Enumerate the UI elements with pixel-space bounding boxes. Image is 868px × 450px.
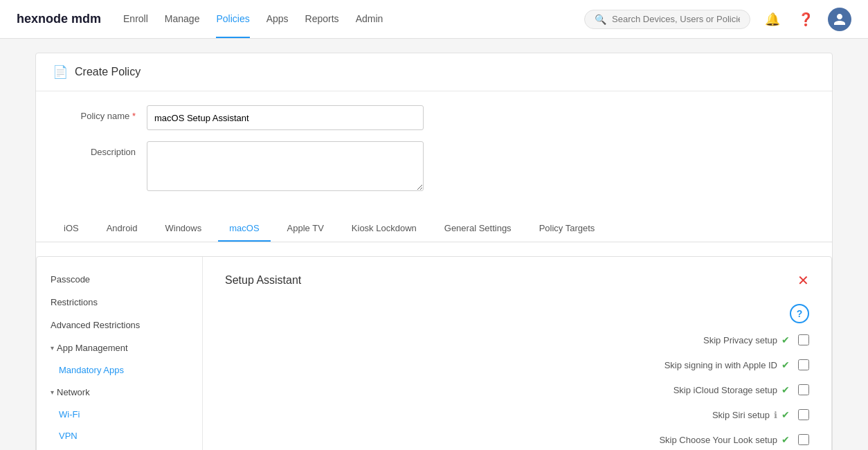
tab-windows[interactable]: Windows xyxy=(154,216,213,242)
sidebar-group-app-management[interactable]: ▾ App Management xyxy=(37,336,202,359)
sidebar-group-label-app-management: App Management xyxy=(57,343,128,353)
check-icon-apple-id: ✔ xyxy=(781,359,790,370)
policy-name-label: Policy name * xyxy=(53,105,136,121)
policy-sidebar: Passcode Restrictions Advanced Restricti… xyxy=(37,257,203,450)
skip-icloud-label: Skip iCloud Storage setup ✔ xyxy=(673,384,790,395)
description-row: Description xyxy=(53,141,815,191)
skip-icloud-checkbox[interactable] xyxy=(798,384,809,395)
nav-apps[interactable]: Apps xyxy=(266,1,289,38)
sidebar-subitem-vpn[interactable]: VPN xyxy=(37,425,202,447)
sidebar-item-restrictions[interactable]: Restrictions xyxy=(37,291,202,314)
skip-privacy-checkbox[interactable] xyxy=(798,334,809,345)
create-policy-card: 📄 Create Policy Policy name * Descriptio… xyxy=(35,53,833,450)
search-bar[interactable]: 🔍 xyxy=(584,10,750,29)
help-question-button[interactable]: ? xyxy=(790,304,809,323)
sidebar-subitem-wifi[interactable]: Wi-Fi xyxy=(37,404,202,425)
tab-policy-targets[interactable]: Policy Targets xyxy=(528,216,606,242)
sidebar-group-label-network: Network xyxy=(57,387,90,397)
nav-reports[interactable]: Reports xyxy=(305,1,339,38)
main-content: 📄 Create Policy Policy name * Descriptio… xyxy=(19,39,849,450)
setup-item-skip-privacy: Skip Privacy setup ✔ xyxy=(225,334,809,345)
skip-choose-look-checkbox[interactable] xyxy=(798,434,809,445)
skip-siri-label: Skip Siri setup ℹ ✔ xyxy=(712,409,790,420)
description-label: Description xyxy=(53,141,136,157)
sidebar-subitem-mandatory-apps[interactable]: Mandatory Apps xyxy=(37,359,202,381)
document-icon: 📄 xyxy=(53,64,68,80)
info-icon-siri: ℹ xyxy=(774,410,777,420)
sidebar-label-mandatory-apps: Mandatory Apps xyxy=(59,365,124,375)
notification-bell-icon[interactable]: 🔔 xyxy=(761,8,784,30)
chevron-down-icon-2: ▾ xyxy=(51,388,54,396)
nav-admin[interactable]: Admin xyxy=(356,1,383,38)
nav-policies[interactable]: Policies xyxy=(216,1,249,38)
search-icon: 🔍 xyxy=(595,14,606,25)
panel-title: Setup Assistant xyxy=(225,274,301,287)
top-navigation: hexnode mdm Enroll Manage Policies Apps … xyxy=(0,0,868,39)
setup-item-skip-apple-id: Skip signing in with Apple ID ✔ xyxy=(225,359,809,370)
setup-item-skip-choose-look: Skip Choose Your Look setup ✔ xyxy=(225,434,809,445)
tab-android[interactable]: Android xyxy=(96,216,149,242)
policy-name-input[interactable] xyxy=(147,105,424,130)
policy-body: Passcode Restrictions Advanced Restricti… xyxy=(36,256,832,450)
skip-privacy-label: Skip Privacy setup ✔ xyxy=(703,334,790,345)
sidebar-label-wifi: Wi-Fi xyxy=(59,409,80,420)
sidebar-label-passcode: Passcode xyxy=(51,274,90,285)
tab-ios[interactable]: iOS xyxy=(53,216,90,242)
help-section: ? xyxy=(225,304,809,323)
nav-links: Enroll Manage Policies Apps Reports Admi… xyxy=(123,1,562,38)
card-title: Create Policy xyxy=(75,66,141,78)
sidebar-label-restrictions: Restrictions xyxy=(51,297,98,307)
chevron-down-icon: ▾ xyxy=(51,344,54,352)
tab-macos[interactable]: macOS xyxy=(218,216,270,242)
sidebar-label-advanced-restrictions: Advanced Restrictions xyxy=(51,320,140,330)
sidebar-item-advanced-restrictions[interactable]: Advanced Restrictions xyxy=(37,314,202,336)
setup-item-skip-siri: Skip Siri setup ℹ ✔ xyxy=(225,409,809,420)
check-icon-siri: ✔ xyxy=(781,409,790,420)
setup-item-skip-icloud: Skip iCloud Storage setup ✔ xyxy=(225,384,809,395)
search-input[interactable] xyxy=(612,14,740,24)
nav-manage[interactable]: Manage xyxy=(165,1,200,38)
user-avatar[interactable] xyxy=(828,8,851,31)
sidebar-item-passcode[interactable]: Passcode xyxy=(37,268,202,291)
policy-tabs: iOS Android Windows macOS Apple TV Kiosk… xyxy=(36,216,832,242)
tab-kiosk-lockdown[interactable]: Kiosk Lockdown xyxy=(341,216,428,242)
panel-actions: ✕ xyxy=(797,273,809,287)
brand-name: hexnode mdm xyxy=(17,12,101,26)
tab-general-settings[interactable]: General Settings xyxy=(433,216,523,242)
nav-enroll[interactable]: Enroll xyxy=(123,1,148,38)
check-icon-privacy: ✔ xyxy=(781,334,790,345)
skip-apple-id-label: Skip signing in with Apple ID ✔ xyxy=(664,359,790,370)
skip-siri-checkbox[interactable] xyxy=(798,409,809,420)
nav-right-section: 🔍 🔔 ❓ xyxy=(584,8,851,31)
sidebar-label-vpn: VPN xyxy=(59,431,78,441)
description-textarea[interactable] xyxy=(147,141,424,191)
help-icon[interactable]: ❓ xyxy=(795,8,817,30)
skip-choose-look-label: Skip Choose Your Look setup ✔ xyxy=(659,434,790,445)
check-icon-choose-look: ✔ xyxy=(781,434,790,445)
card-header: 📄 Create Policy xyxy=(36,53,832,91)
brand-logo[interactable]: hexnode mdm xyxy=(17,12,101,26)
close-button[interactable]: ✕ xyxy=(797,273,809,287)
check-icon-icloud: ✔ xyxy=(781,384,790,395)
setup-assistant-panel: Setup Assistant ✕ ? Skip Privacy setup ✔ xyxy=(203,257,831,450)
form-section: Policy name * Description xyxy=(36,91,832,216)
skip-apple-id-checkbox[interactable] xyxy=(798,359,809,370)
sidebar-group-network[interactable]: ▾ Network xyxy=(37,381,202,404)
panel-header: Setup Assistant ✕ xyxy=(225,273,809,287)
tab-apple-tv[interactable]: Apple TV xyxy=(276,216,335,242)
policy-name-row: Policy name * xyxy=(53,105,815,130)
